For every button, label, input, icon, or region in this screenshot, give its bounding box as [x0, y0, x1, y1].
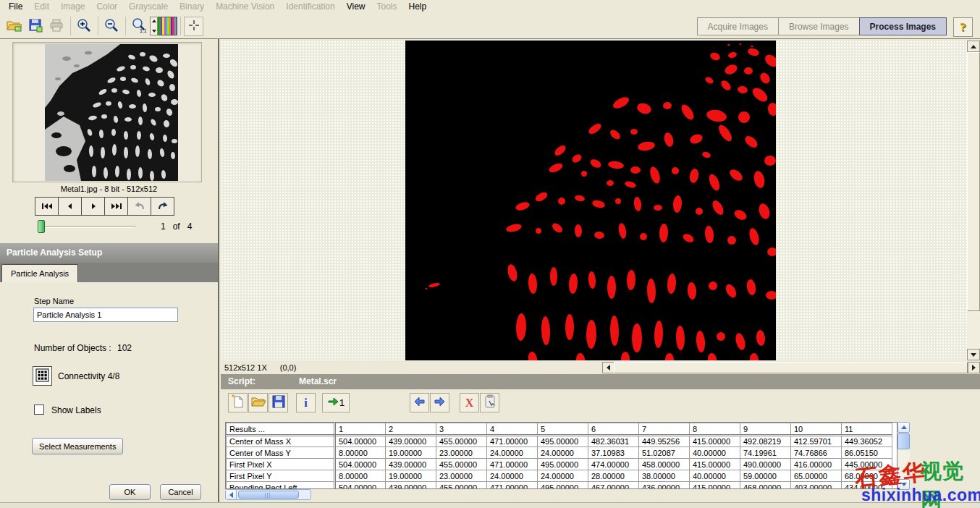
zoom-one-to-one-button[interactable]: 1:1 [129, 17, 148, 36]
results-cell[interactable]: 449.36052 [842, 436, 892, 447]
results-cell[interactable]: 439.00000 [386, 459, 436, 470]
results-cell[interactable]: 86.05150 [842, 447, 892, 459]
results-cell[interactable]: 416.00000 [791, 459, 842, 470]
horizontal-scroll-thumb[interactable] [614, 362, 968, 373]
open-script-button[interactable] [248, 393, 268, 412]
results-scroll-up-button[interactable] [897, 422, 910, 433]
results-cell[interactable]: 471.00000 [487, 459, 538, 470]
results-cell[interactable]: 24.00000 [487, 447, 538, 459]
ok-button[interactable]: OK [109, 484, 151, 500]
results-cell[interactable]: 40.00000 [690, 470, 740, 482]
table-row[interactable]: Center of Mass X504.00000439.00000455.00… [227, 436, 892, 447]
results-cell[interactable]: 455.00000 [436, 459, 487, 470]
results-cell[interactable]: 8.00000 [335, 447, 386, 459]
step-forward-button[interactable] [430, 393, 449, 412]
new-script-button[interactable]: * [228, 393, 248, 412]
results-cell[interactable]: 28.00000 [588, 470, 639, 482]
tab-particle-analysis[interactable]: Particle Analysis [1, 264, 78, 282]
zoom-spinner[interactable] [150, 17, 158, 35]
table-row[interactable]: Center of Mass Y8.0000019.0000023.000002… [227, 447, 892, 459]
results-col-header[interactable]: 6 [588, 423, 639, 436]
results-vscroll-thumb[interactable] [897, 433, 910, 449]
connectivity-button[interactable] [33, 366, 52, 386]
zoom-out-button[interactable] [101, 17, 121, 36]
results-cell[interactable]: 74.76866 [791, 447, 842, 459]
scroll-left-button[interactable] [602, 362, 614, 373]
scroll-up-button[interactable] [967, 41, 980, 52]
browse-images-button[interactable]: Browse Images [778, 17, 860, 35]
results-cell[interactable]: 8.00000 [335, 470, 386, 482]
results-cell[interactable]: 403.00000 [791, 482, 842, 490]
results-cell[interactable]: 439.00000 [386, 436, 436, 447]
delete-step-button[interactable]: X [460, 393, 479, 412]
save-script-button[interactable] [269, 393, 288, 412]
results-cell[interactable]: 468.00000 [740, 482, 791, 490]
results-cell[interactable]: 19.00000 [386, 470, 436, 482]
scroll-right-button[interactable] [968, 362, 980, 373]
table-row[interactable]: First Pixel X504.00000439.00000455.00000… [227, 459, 892, 470]
results-cell[interactable]: 504.00000 [335, 482, 386, 490]
process-images-button[interactable]: Process Images [859, 17, 947, 35]
results-cell[interactable]: 449.95256 [639, 436, 690, 447]
results-cell[interactable]: 412.59701 [791, 436, 842, 447]
results-cell[interactable]: 24.00000 [538, 447, 588, 459]
results-cell[interactable]: 495.00000 [538, 436, 588, 447]
results-cell[interactable]: 436.00000 [639, 482, 690, 490]
show-labels-checkbox[interactable] [34, 405, 44, 415]
results-cell[interactable]: 495.00000 [538, 459, 588, 470]
results-col-header[interactable]: 3 [436, 423, 487, 436]
first-image-button[interactable] [35, 197, 59, 216]
results-cell[interactable]: 474.00000 [588, 459, 639, 470]
scroll-down-button[interactable] [967, 349, 980, 360]
open-image-button[interactable] [4, 17, 24, 36]
menu-item-help[interactable]: Help [403, 0, 433, 14]
save-image-button[interactable] [25, 17, 45, 36]
results-cell[interactable]: 51.02087 [639, 447, 690, 459]
viewport-horizontal-scrollbar[interactable] [602, 362, 980, 373]
select-measurements-button[interactable]: Select Measurements [32, 438, 123, 454]
results-col-header[interactable]: 7 [639, 423, 690, 436]
results-row-label[interactable]: Center of Mass Y [227, 447, 335, 459]
next-image-button[interactable] [81, 197, 105, 216]
script-info-button[interactable]: i [296, 393, 316, 412]
results-vertical-scrollbar[interactable] [897, 422, 910, 490]
results-cell[interactable]: 455.00000 [436, 436, 487, 447]
results-cell[interactable]: 467.00000 [588, 482, 639, 490]
results-cell[interactable]: 415.00000 [690, 436, 740, 447]
results-cell[interactable]: 445.00000 [842, 459, 892, 470]
results-cell[interactable]: 504.00000 [335, 459, 386, 470]
results-cell[interactable]: 59.00000 [740, 470, 791, 482]
cancel-button[interactable]: Cancel [160, 484, 201, 500]
results-scroll-down-button[interactable] [897, 479, 910, 490]
results-scroll-left-button[interactable] [226, 490, 237, 499]
vertical-scroll-thumb[interactable] [967, 52, 980, 311]
results-cell[interactable]: 495.00000 [538, 482, 588, 490]
results-corner-cell[interactable]: Results ... [227, 423, 335, 436]
menu-item-file[interactable]: File [3, 0, 28, 14]
results-cell[interactable]: 74.19961 [740, 447, 791, 459]
results-row-label[interactable]: First Pixel Y [227, 470, 335, 482]
results-cell[interactable]: 68.00000 [842, 470, 892, 482]
results-cell[interactable]: 492.08219 [740, 436, 791, 447]
results-col-header[interactable]: 5 [538, 423, 588, 436]
table-row[interactable]: Bounding Rect Left504.00000439.00000455.… [227, 482, 892, 490]
results-row-label[interactable]: Center of Mass X [227, 436, 335, 447]
results-cell[interactable]: 38.00000 [639, 470, 690, 482]
results-row-label[interactable]: First Pixel X [227, 459, 335, 470]
results-cell[interactable]: 471.00000 [487, 482, 538, 490]
results-cell[interactable]: 24.00000 [538, 470, 588, 482]
results-cell[interactable]: 415.00000 [690, 482, 740, 490]
results-cell[interactable]: 439.00000 [386, 482, 436, 490]
results-hscroll-thumb[interactable] [238, 491, 299, 499]
zoom-in-button[interactable] [74, 17, 93, 36]
step-back-button[interactable] [410, 393, 429, 412]
results-col-header[interactable]: 1 [335, 423, 386, 436]
results-cell[interactable]: 482.36031 [588, 436, 639, 447]
help-button[interactable]: ? [953, 17, 973, 37]
results-cell[interactable]: 415.00000 [690, 459, 740, 470]
results-col-header[interactable]: 11 [842, 423, 892, 436]
thumbnail-image[interactable] [45, 44, 178, 181]
results-cell[interactable]: 458.00000 [639, 459, 690, 470]
image-slider-thumb[interactable] [38, 220, 45, 233]
edit-step-button[interactable] [480, 393, 499, 412]
